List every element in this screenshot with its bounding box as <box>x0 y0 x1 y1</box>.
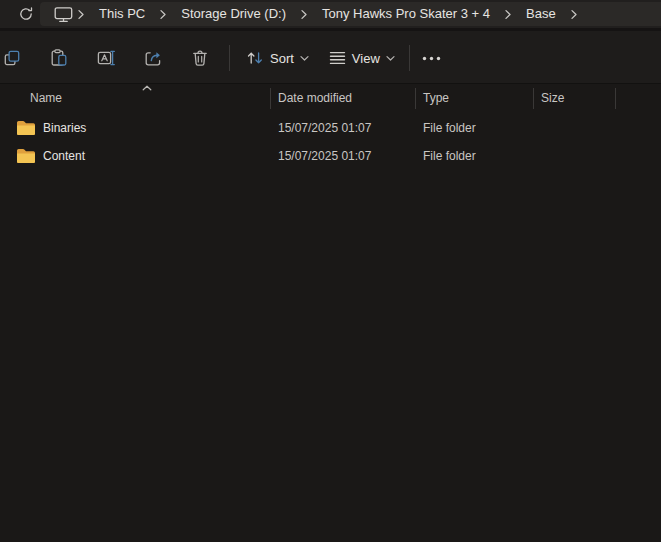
copy-button[interactable] <box>0 41 32 75</box>
paste-button[interactable] <box>39 41 79 75</box>
column-headers: Name Date modified Type Size <box>0 84 661 112</box>
breadcrumb-chevron-icon <box>570 9 578 20</box>
breadcrumb-chevron-icon <box>159 9 167 20</box>
breadcrumb-item-game-folder[interactable]: Tony Hawks Pro Skater 3 + 4 <box>308 3 504 25</box>
file-rows: Binaries 15/07/2025 01:07 File folder Co… <box>0 114 661 170</box>
view-button[interactable]: View <box>321 41 403 75</box>
sort-label: Sort <box>270 51 294 66</box>
breadcrumb-chevron-icon <box>504 9 512 20</box>
column-separator[interactable] <box>615 88 616 109</box>
column-header-size[interactable]: Size <box>533 91 615 105</box>
breadcrumb-item-storage-drive[interactable]: Storage Drive (D:) <box>167 3 300 25</box>
folder-icon <box>16 120 36 136</box>
column-separator[interactable] <box>533 88 534 109</box>
address-bar: This PC Storage Drive (D:) Tony Hawks Pr… <box>0 0 661 28</box>
column-header-name[interactable]: Name <box>0 91 270 105</box>
refresh-icon <box>18 6 34 22</box>
column-separator[interactable] <box>270 88 271 109</box>
sort-button[interactable]: Sort <box>238 41 317 75</box>
column-header-type[interactable]: Type <box>415 91 533 105</box>
file-row-content[interactable]: Content 15/07/2025 01:07 File folder <box>0 142 661 170</box>
file-name: Binaries <box>43 121 86 135</box>
column-header-date-modified[interactable]: Date modified <box>270 91 415 105</box>
file-list: Name Date modified Type Size <box>0 84 661 542</box>
copy-icon <box>2 48 22 68</box>
rename-icon <box>96 48 116 68</box>
share-icon <box>143 48 163 68</box>
file-date-modified: 15/07/2025 01:07 <box>270 149 415 163</box>
file-type: File folder <box>415 149 533 163</box>
breadcrumb-item-base[interactable]: Base <box>512 3 570 25</box>
this-pc-icon[interactable] <box>50 6 77 23</box>
file-type: File folder <box>415 121 533 135</box>
chevron-down-icon <box>386 55 395 62</box>
file-name: Content <box>43 149 85 163</box>
file-explorer-window: This PC Storage Drive (D:) Tony Hawks Pr… <box>0 0 661 542</box>
see-more-button[interactable] <box>414 41 450 75</box>
breadcrumb-chevron-icon <box>77 9 85 20</box>
file-row-binaries[interactable]: Binaries 15/07/2025 01:07 File folder <box>0 114 661 142</box>
breadcrumb-chevron-icon <box>300 9 308 20</box>
delete-icon <box>190 48 210 68</box>
see-more-icon <box>422 56 441 61</box>
breadcrumb-item-this-pc[interactable]: This PC <box>85 3 159 25</box>
share-button[interactable] <box>133 41 173 75</box>
rename-button[interactable] <box>86 41 126 75</box>
file-date-modified: 15/07/2025 01:07 <box>270 121 415 135</box>
sort-ascending-icon <box>142 85 152 91</box>
sort-icon <box>246 49 264 67</box>
paste-icon <box>49 48 69 68</box>
toolbar-divider <box>229 45 230 71</box>
breadcrumb: This PC Storage Drive (D:) Tony Hawks Pr… <box>40 2 661 26</box>
chevron-down-icon <box>300 55 309 62</box>
command-toolbar: Sort View <box>0 28 661 84</box>
refresh-button[interactable] <box>15 3 37 25</box>
column-separator[interactable] <box>415 88 416 109</box>
toolbar-divider <box>409 45 410 71</box>
view-label: View <box>352 51 380 66</box>
delete-button[interactable] <box>180 41 220 75</box>
folder-icon <box>16 148 36 164</box>
view-icon <box>329 50 346 66</box>
